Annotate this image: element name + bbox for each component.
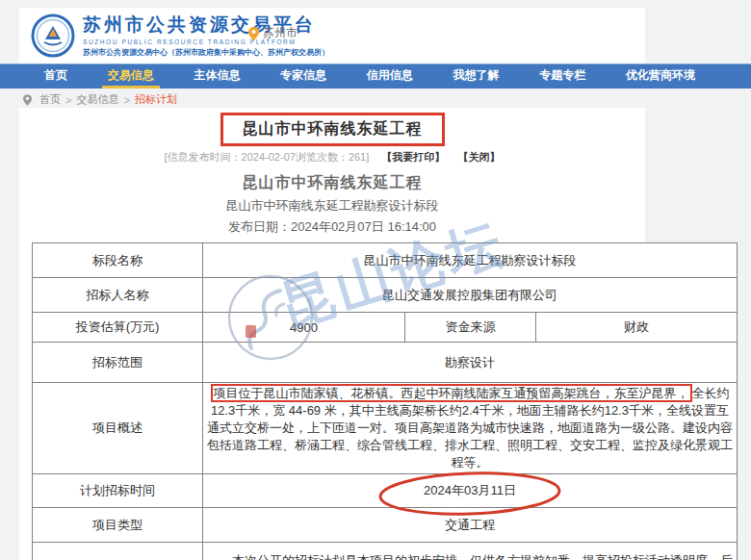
nav-expert-info[interactable]: 专家信息	[274, 64, 332, 89]
breadcrumb: 首页 > 交易信息 > 招标计划	[23, 92, 180, 107]
investment-value: 4900	[203, 313, 405, 343]
overview-label: 项目概述	[33, 383, 203, 474]
overview-annotation-box: 项目位于昆山市陆家镇、花桥镇。西起中环南线陆家互通预留高架跳台，东至沪昆界，	[211, 384, 692, 402]
crumb-trade-info[interactable]: 交易信息	[76, 92, 118, 107]
nav-business-env[interactable]: 优化营商环境	[620, 64, 701, 89]
nav-trade-info[interactable]: 交易信息	[102, 64, 160, 89]
fund-source-value: 财政	[536, 313, 738, 343]
plan-time-value-cell: 2024年03月11日	[203, 474, 738, 508]
close-button[interactable]: 【关闭】	[457, 151, 500, 163]
table-row-tenderer: 招标人名称 昆山交通发展控股集团有限公司	[33, 278, 738, 313]
overview-value: 项目位于昆山市陆家镇、花桥镇。西起中环南线陆家互通预留高架跳台，东至沪昆界，全长…	[203, 383, 738, 474]
table-row-overview: 项目概述 项目位于昆山市陆家镇、花桥镇。西起中环南线陆家互通预留高架跳台，东至沪…	[33, 383, 738, 474]
section-name-label: 标段名称	[33, 243, 203, 278]
nav-subject-info[interactable]: 主体信息	[188, 64, 246, 89]
article-meta: [信息发布时间：2024-02-07浏览次数：261] 【我要打印】 【关闭】	[19, 150, 645, 165]
city-label: 苏州市	[263, 25, 298, 41]
scope-label: 招标范围	[33, 343, 203, 383]
project-type-value: 交通工程	[203, 508, 738, 543]
document-title: 昆山市中环南线东延工程	[19, 173, 645, 193]
city-selector[interactable]: 苏州市	[248, 25, 298, 41]
table-row-remark: 备注 本次公开的招标计划是本项目的初步安排，仅供各方提前知悉，提高招投标活动透明…	[33, 543, 738, 560]
platform-subtitle: 苏州市公共资源交易中心（苏州市政府集中采购中心、苏州产权交易所）	[83, 47, 329, 58]
crumb-separator: >	[65, 94, 71, 106]
tenderer-value: 昆山交通发展控股集团有限公司	[203, 278, 738, 313]
nav-credit-info[interactable]: 信用信息	[361, 64, 419, 89]
crumb-separator: >	[123, 94, 129, 106]
platform-emblem-icon	[31, 13, 75, 58]
table-row-plan-time: 计划招标时间 2024年03月11日	[33, 474, 738, 508]
print-button[interactable]: 【我要打印】	[381, 151, 445, 163]
table-row-section-name: 标段名称 昆山市中环南线东延工程勘察设计标段	[33, 243, 738, 278]
table-row-project-type: 项目类型 交通工程	[33, 508, 738, 543]
plan-time-label: 计划招标时间	[33, 474, 203, 508]
project-type-label: 项目类型	[33, 508, 203, 543]
location-pin-icon	[248, 27, 259, 40]
publish-date: 发布日期：2024年02月07日 16:14:00	[19, 218, 645, 236]
investment-label: 投资估算(万元)	[33, 313, 203, 343]
content-card: 昆山市中环南线东延工程 [信息发布时间：2024-02-07浏览次数：261] …	[19, 108, 645, 560]
nav-special-column[interactable]: 专题专栏	[533, 64, 591, 89]
nav-home[interactable]: 首页	[39, 64, 73, 89]
table-row-scope: 招标范围 勘察设计	[33, 343, 738, 383]
tenderer-label: 招标人名称	[33, 278, 203, 313]
main-nav: 首页 交易信息 主体信息 专家信息 信用信息 我想了解 专题专栏 优化营商环境	[0, 64, 751, 89]
publish-meta: [信息发布时间：2024-02-07浏览次数：261]	[165, 151, 370, 163]
section-name-value: 昆山市中环南线东延工程勘察设计标段	[203, 243, 738, 278]
table-row-investment: 投资估算(万元) 4900 资金来源 财政	[33, 313, 738, 343]
crumb-tender-plan[interactable]: 招标计划	[135, 92, 177, 107]
tender-info-table: 标段名称 昆山市中环南线东延工程勘察设计标段 招标人名称 昆山交通发展控股集团有…	[32, 242, 738, 560]
nav-want-to-know[interactable]: 我想了解	[448, 64, 505, 89]
fund-source-label: 资金来源	[405, 313, 536, 343]
remark-value: 本次公开的招标计划是本项目的初步安排，仅供各方提前知悉，提高招投标活动透明度，后…	[203, 543, 738, 560]
document-subtitle: 昆山市中环南线东延工程勘察设计标段	[19, 197, 645, 215]
breadcrumb-pin-icon	[23, 94, 32, 106]
site-header: 苏州市公共资源交易平台 SUZHOU PUBLIC RESOURCE TRADI…	[19, 8, 645, 64]
crumb-home[interactable]: 首页	[39, 92, 61, 107]
remark-label: 备注	[33, 543, 203, 560]
plan-time-value: 2024年03月11日	[424, 483, 516, 497]
scope-value: 勘察设计	[203, 343, 738, 383]
page-title-annotated: 昆山市中环南线东延工程	[220, 113, 445, 146]
